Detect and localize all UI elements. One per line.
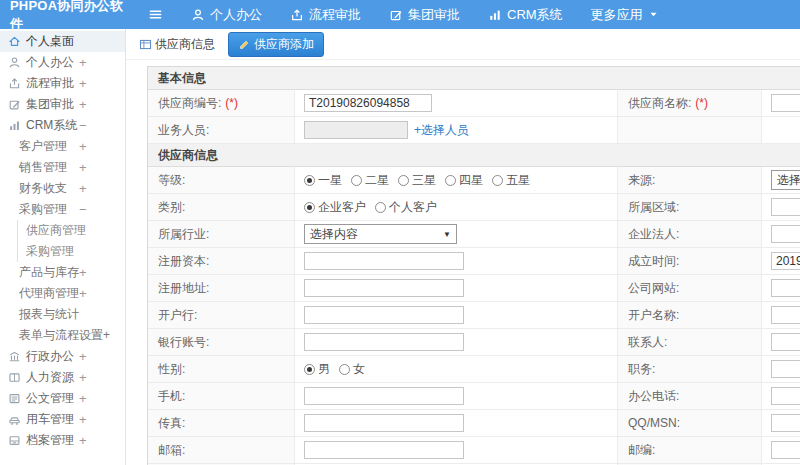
company-website-input[interactable] xyxy=(771,279,800,297)
level-option-0[interactable]: 一星 xyxy=(304,172,342,189)
expand-plus-icon[interactable]: + xyxy=(79,434,87,447)
fax-input[interactable] xyxy=(304,414,464,432)
sidebar-item-crm-system[interactable]: CRM系统− xyxy=(0,115,125,136)
office-phone-input[interactable] xyxy=(771,387,800,405)
collapse-minus-icon[interactable]: − xyxy=(79,119,87,132)
form-row: 手机:办公电话: xyxy=(148,383,800,410)
expand-plus-icon[interactable]: + xyxy=(79,413,87,426)
sidebar-item-purchase-mgmt[interactable]: 采购管理− xyxy=(0,199,125,220)
form-label-gender: 性别: xyxy=(148,356,295,382)
form-field-supplier-code xyxy=(295,90,618,116)
sidebar-item-label: 档案管理 xyxy=(26,432,74,449)
business-staff-input[interactable] xyxy=(304,121,408,139)
account-name-input[interactable] xyxy=(771,306,800,324)
navbar-item-crm-system[interactable]: CRM系统 xyxy=(488,6,563,24)
form-row: 开户行:开户名称: xyxy=(148,302,800,329)
field-label: QQ/MSN: xyxy=(628,416,680,430)
sidebar-item-customer-mgmt[interactable]: 客户管理+ xyxy=(0,136,125,157)
navbar-item-personal-office[interactable]: 个人办公 xyxy=(191,6,262,24)
menu-icon xyxy=(148,7,163,22)
sidebar-item-label: 采购管理 xyxy=(19,201,67,218)
sidebar-item-agent-mgmt[interactable]: 代理商管理+ xyxy=(0,283,125,304)
bank-branch-input[interactable] xyxy=(304,306,464,324)
sidebar-item-product-inventory[interactable]: 产品与库存+ xyxy=(0,262,125,283)
mobile-input[interactable] xyxy=(304,387,464,405)
form-row: 类别:企业客户个人客户所属区域: xyxy=(148,194,800,221)
supplier-name-input[interactable] xyxy=(771,94,800,112)
business-staff-picker-link[interactable]: +选择人员 xyxy=(414,122,469,139)
zip-code-input[interactable] xyxy=(771,441,800,459)
sidebar-item-label: 财务收支 xyxy=(19,180,67,197)
app-logo[interactable]: PHPOA协同办公软件 xyxy=(0,0,136,33)
form-label-business-staff: 业务人员: xyxy=(148,117,295,143)
source-select[interactable]: 选择内容▼ xyxy=(771,170,800,190)
email-input[interactable] xyxy=(304,441,464,459)
sidebar-item-personal-office[interactable]: 个人办公+ xyxy=(0,52,125,73)
sidebar-item-archive-mgmt[interactable]: 档案管理+ xyxy=(0,430,125,451)
user-icon xyxy=(8,56,22,69)
level-option-4[interactable]: 五星 xyxy=(492,172,530,189)
form-field-qq-msn xyxy=(762,410,800,436)
expand-plus-icon[interactable]: + xyxy=(79,77,87,90)
navbar-item-workflow-approval[interactable]: 流程审批 xyxy=(290,6,361,24)
level-option-1[interactable]: 二星 xyxy=(351,172,389,189)
sidebar-item-sales-mgmt[interactable]: 销售管理+ xyxy=(0,157,125,178)
tab-supplier-info[interactable]: 供应商信息 xyxy=(133,33,221,56)
bank-icon xyxy=(8,350,22,363)
category-option-0[interactable]: 企业客户 xyxy=(304,199,366,216)
sidebar-item-workflow-approval[interactable]: 流程审批+ xyxy=(0,73,125,94)
sidebar-item-label: 产品与库存 xyxy=(19,264,79,281)
contact-person-input[interactable] xyxy=(771,333,800,351)
industry-select[interactable]: 选择内容▼ xyxy=(304,224,457,244)
section-header: 供应商信息 xyxy=(148,144,800,167)
sidebar-item-document-mgmt[interactable]: 公文管理+ xyxy=(0,388,125,409)
expand-plus-icon[interactable]: + xyxy=(79,350,87,363)
expand-plus-icon[interactable]: + xyxy=(79,266,87,279)
navbar-item-label: 个人办公 xyxy=(210,6,262,24)
expand-plus-icon[interactable]: + xyxy=(79,182,87,195)
menu-toggle-button[interactable] xyxy=(148,7,163,22)
sidebar-item-admin-office[interactable]: 行政办公+ xyxy=(0,346,125,367)
sidebar-item-finance-income-expense[interactable]: 财务收支+ xyxy=(0,178,125,199)
expand-plus-icon[interactable]: + xyxy=(79,161,87,174)
gender-option-0[interactable]: 男 xyxy=(304,361,330,378)
position-input[interactable] xyxy=(771,360,800,378)
form-label-region: 所属区域: xyxy=(618,194,762,220)
expand-plus-icon[interactable]: + xyxy=(79,140,87,153)
expand-plus-icon[interactable]: + xyxy=(79,287,87,300)
tab-supplier-add[interactable]: 供应商添加 xyxy=(228,32,324,57)
sidebar-item-reports-stats[interactable]: 报表与统计 xyxy=(0,304,125,325)
expand-plus-icon[interactable]: + xyxy=(79,98,87,111)
bank-account-input[interactable] xyxy=(304,333,464,351)
navbar-item-group-approval[interactable]: 集团审批 xyxy=(389,6,460,24)
category-option-1[interactable]: 个人客户 xyxy=(375,199,437,216)
expand-plus-icon[interactable]: + xyxy=(79,371,87,384)
expand-plus-icon[interactable]: + xyxy=(79,56,87,69)
sidebar-item-vehicle-mgmt[interactable]: 用车管理+ xyxy=(0,409,125,430)
level-option-2[interactable]: 三星 xyxy=(398,172,436,189)
form-label-fax: 传真: xyxy=(148,410,295,436)
sidebar-item-form-workflow-settings[interactable]: 表单与流程设置+ xyxy=(0,325,125,346)
form-field-legal-person xyxy=(762,221,800,247)
sidebar-item-human-resources[interactable]: 人力资源+ xyxy=(0,367,125,388)
form-field-category: 企业客户个人客户 xyxy=(295,194,618,220)
navbar-item-more-apps[interactable]: 更多应用 xyxy=(591,6,659,24)
sidebar-item-group-approval[interactable]: 集团审批+ xyxy=(0,94,125,115)
gender-option-1[interactable]: 女 xyxy=(339,361,365,378)
form-field-supplier-name xyxy=(762,90,800,116)
sidebar-item-purchasing-mgmt[interactable]: 采购管理 xyxy=(0,241,125,262)
legal-person-input[interactable] xyxy=(771,225,800,243)
expand-plus-icon[interactable]: + xyxy=(79,392,87,405)
collapse-minus-icon[interactable]: − xyxy=(79,203,87,216)
founded-date-input[interactable] xyxy=(771,252,800,270)
field-label: 类别: xyxy=(158,199,185,216)
sidebar-item-personal-desktop[interactable]: 个人桌面 xyxy=(0,31,125,52)
sidebar-item-supplier-mgmt[interactable]: 供应商管理 xyxy=(0,220,125,241)
registered-address-input[interactable] xyxy=(304,279,464,297)
region-input[interactable] xyxy=(771,198,800,216)
supplier-code-input[interactable] xyxy=(304,94,432,112)
field-label: 所属区域: xyxy=(628,199,679,216)
qq-msn-input[interactable] xyxy=(771,414,800,432)
registered-capital-input[interactable] xyxy=(304,252,464,270)
level-option-3[interactable]: 四星 xyxy=(445,172,483,189)
